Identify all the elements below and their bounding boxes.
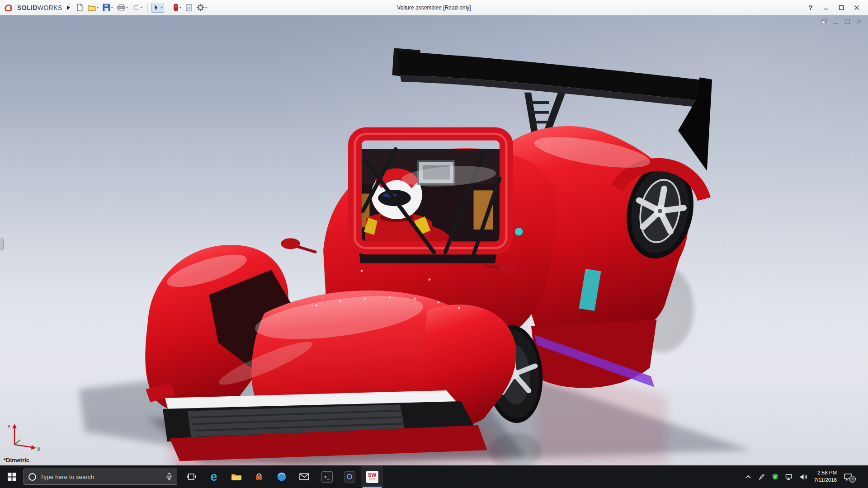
- toolbar-separator: [147, 3, 148, 13]
- taskbar-clock[interactable]: 2:58 PM 7/11/2018: [814, 469, 837, 483]
- task-view-icon: [186, 473, 196, 481]
- undo-button[interactable]: ▾: [131, 3, 144, 13]
- mail-button[interactable]: [293, 465, 316, 488]
- options-gear-icon: [197, 4, 204, 11]
- pinned-apps: e: [180, 465, 383, 488]
- doc-close-icon[interactable]: [856, 18, 863, 25]
- orientation-triad: Y X: [6, 422, 43, 453]
- command-prompt-button[interactable]: >_: [316, 465, 338, 488]
- minimize-button[interactable]: [819, 2, 833, 14]
- new-document-icon: [76, 4, 84, 11]
- action-center-button[interactable]: 2: [844, 473, 855, 481]
- new-document-button[interactable]: [75, 2, 85, 13]
- clock-time: 2:58 PM: [814, 469, 837, 477]
- solidworks-taskbar-button[interactable]: SW 2017: [361, 465, 383, 488]
- select-tool-button[interactable]: ▾: [151, 3, 164, 13]
- solidworks-logo: SOLIDWORKS: [0, 4, 65, 11]
- volume-icon[interactable]: [800, 474, 807, 480]
- help-button[interactable]: ?: [804, 2, 817, 14]
- notification-badge: 2: [849, 476, 856, 483]
- dark-app-icon: [344, 471, 355, 483]
- windows-logo-icon: [8, 473, 16, 481]
- cortana-icon: [28, 473, 36, 481]
- task-view-button[interactable]: [180, 465, 203, 488]
- maximize-button[interactable]: [835, 2, 848, 14]
- document-window-controls: [821, 18, 863, 25]
- front-splitter[interactable]: [163, 390, 487, 461]
- file-explorer-icon: [231, 473, 242, 481]
- file-properties-button[interactable]: [184, 3, 194, 13]
- command-prompt-icon: >_: [321, 471, 333, 483]
- graphics-viewport[interactable]: Y X *Dimetric: [0, 15, 868, 465]
- close-icon: [854, 5, 859, 10]
- quick-access-toolbar: ▾ ▾ ▾ ▾: [75, 2, 208, 13]
- windows-taskbar: e: [0, 465, 868, 488]
- edge-browser-button[interactable]: e: [203, 465, 225, 488]
- print-icon: [117, 4, 125, 11]
- open-folder-icon: [88, 4, 96, 11]
- maximize-icon: [839, 5, 844, 10]
- network-icon[interactable]: [785, 474, 793, 480]
- start-button[interactable]: [0, 465, 24, 488]
- menu-expand-arrow[interactable]: [67, 5, 70, 10]
- toolbar-separator: [168, 3, 168, 13]
- hidden-icons-chevron[interactable]: [745, 474, 751, 479]
- solidworks-window: SOLIDWORKS ▾ ▾: [0, 0, 868, 488]
- doc-maximize-icon[interactable]: [844, 18, 851, 25]
- print-button[interactable]: ▾: [116, 3, 129, 13]
- ds-logo-icon: [5, 4, 15, 11]
- close-button[interactable]: [850, 2, 863, 14]
- store-button[interactable]: [248, 465, 270, 488]
- doc-restore-icon[interactable]: [821, 18, 827, 25]
- triad-x-label: X: [37, 446, 41, 452]
- pen-icon[interactable]: [758, 474, 765, 480]
- save-button[interactable]: ▾: [101, 2, 114, 13]
- cyan-accent: [515, 228, 523, 235]
- open-button[interactable]: ▾: [86, 3, 100, 13]
- options-button[interactable]: ▾: [195, 2, 208, 13]
- undo-icon: [132, 4, 140, 11]
- title-bar: SOLIDWORKS ▾ ▾: [0, 0, 868, 15]
- shield-icon[interactable]: [772, 473, 778, 480]
- rebuild-icon: [173, 4, 179, 11]
- search-input[interactable]: [40, 474, 162, 480]
- mail-envelope-icon: [299, 473, 309, 480]
- blue-app-button[interactable]: [270, 465, 293, 488]
- doc-minimize-icon[interactable]: [832, 18, 839, 25]
- file-explorer-button[interactable]: [225, 465, 248, 488]
- 3d-model-scene[interactable]: [0, 15, 868, 465]
- solidworks-app-icon: SW 2017: [366, 471, 378, 483]
- triad-y-label: Y: [7, 424, 11, 429]
- system-tray: 2:58 PM 7/11/2018 2: [741, 465, 868, 488]
- blue-circle-app-icon: [277, 472, 287, 482]
- window-controls: ?: [804, 2, 868, 14]
- save-icon: [103, 4, 110, 11]
- rebuild-button[interactable]: ▾: [172, 2, 183, 13]
- clock-date: 7/11/2018: [814, 477, 837, 484]
- store-bag-icon: [255, 472, 264, 481]
- file-properties-icon: [185, 4, 193, 11]
- select-cursor-icon: [153, 4, 160, 11]
- taskbar-search[interactable]: [24, 469, 177, 485]
- minimize-icon: [823, 5, 829, 10]
- brand-text: SOLIDWORKS: [17, 4, 62, 11]
- view-orientation-label: *Dimetric: [4, 457, 29, 464]
- featuremanager-collapsed-tab[interactable]: [0, 238, 4, 250]
- microphone-icon[interactable]: [166, 473, 172, 481]
- dark-app-button[interactable]: [338, 465, 361, 488]
- edge-icon: e: [210, 471, 217, 483]
